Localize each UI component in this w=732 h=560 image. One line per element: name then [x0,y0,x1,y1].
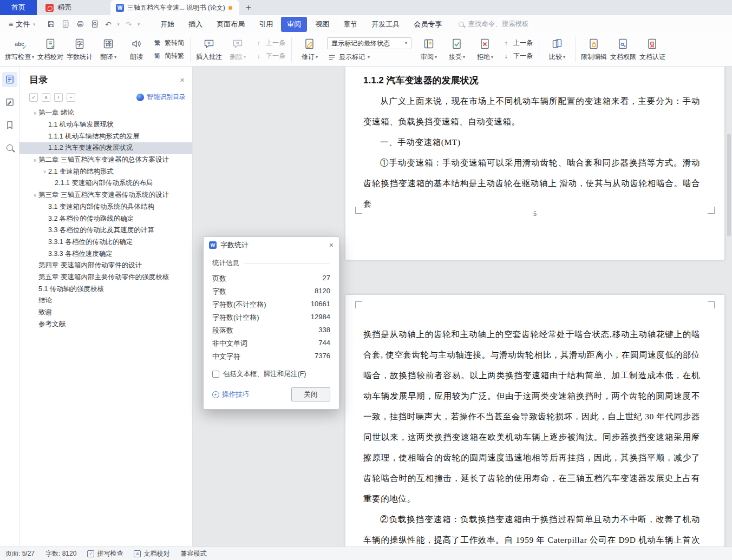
compat-mode-indicator[interactable]: 兼容模式 [180,549,206,558]
toc-item[interactable]: 3.3 各档位的传动比及其速度的计算 [19,225,192,236]
prev-change-button[interactable]: ↑ 上一条 [501,38,533,48]
toc-item[interactable]: 结论 [19,295,192,307]
show-markup-button[interactable]: 显示标记 ▾ [327,52,411,62]
tips-link[interactable]: ▸ 操作技巧 [212,390,249,399]
undo-button[interactable]: ↶ [105,21,112,28]
scrollbar-thumb[interactable] [727,134,731,236]
compare-button[interactable]: 比较▾ [543,37,571,62]
collapse-button[interactable]: − [67,93,75,102]
expand-button[interactable]: + [54,93,63,102]
delete-comment-button[interactable]: 删除▾ [224,37,252,62]
track-changes-button[interactable]: 修订▾ [296,37,324,62]
bookmark-panel-button[interactable] [2,117,17,133]
close-icon[interactable]: × [329,241,334,249]
checkbox-icon[interactable] [212,371,219,378]
notes-panel-button[interactable] [2,95,17,110]
toc-item[interactable]: 1.1.2 汽车变速器的发展状况 [19,142,192,154]
prev-comment-button[interactable]: ↑ 上一条 [254,38,285,48]
toc-item[interactable]: 参考文献 [19,318,192,330]
toc-item[interactable]: 1.1.1 机动车辆结构形式的发展 [19,130,192,142]
toc-item[interactable]: 致谢 [19,307,192,319]
next-comment-button[interactable]: ↓ 下一条 [254,51,285,61]
reject-button[interactable]: 拒绝▾ [471,37,499,62]
document-paragraph[interactable]: ②负载换挡变速箱：负载换挡变速箱由于换挡过程简单且动力不中断，改善了机动车辆的操… [363,509,700,546]
insert-comment-button[interactable]: 插入批注 [194,37,224,62]
word-count-button[interactable]: 字 字数统计 [65,37,94,62]
doc-auth-button[interactable]: 文档认证 [638,37,667,62]
collapse-all-button[interactable]: ∧ [42,93,50,102]
toc-item[interactable]: 5.1 传动轴的强度校核 [19,283,192,295]
docer-tab[interactable]: 稻壳 [37,0,108,15]
command-search[interactable]: 查找命令、搜索模板 [459,19,529,29]
menu-tab-开发工具[interactable]: 开发工具 [365,17,406,32]
select-headings-button[interactable]: ✓ [29,93,38,102]
document-paragraph[interactable]: 一、手动变速箱(MT) [363,132,700,153]
document-scrollbar[interactable] [727,69,731,539]
restrict-edit-button[interactable]: 限制编辑 [579,37,609,62]
read-aloud-button[interactable]: 朗读 [122,37,151,62]
save-button[interactable] [47,19,56,29]
menu-tab-章节[interactable]: 章节 [337,17,363,32]
menu-tab-页面布局[interactable]: 页面布局 [211,17,251,32]
close-icon[interactable]: × [180,75,185,84]
doc-permission-button[interactable]: 文档权限 [609,37,638,62]
menu-tab-引用[interactable]: 引用 [253,17,279,32]
dialog-titlebar[interactable]: W 字数统计 × [204,237,339,253]
section-heading[interactable]: 1.1.2 汽车变速器的发展状况 [363,70,700,91]
toc-item[interactable]: 3.2 各档位的传动路线的确定 [19,213,192,225]
toc-item[interactable]: 1.1 机动车辆发展现状 [19,119,192,131]
trad-to-simp-button[interactable]: 繁 繁转简 [153,38,184,48]
markup-state-dropdown[interactable]: 显示标记的最终状态 ▾ [327,37,411,49]
review-pane-button[interactable]: 审阅▾ [415,37,443,62]
toc-item[interactable]: 第四章 变速箱内部传动零件的设计 [19,260,192,272]
toc-item[interactable]: 第五章 变速箱内部主要传动零件的强度校核 [19,272,192,284]
toc-panel-button[interactable] [2,72,17,87]
print-preview-button[interactable] [90,19,100,29]
undo-caret-icon[interactable]: ∨ [117,22,120,27]
menu-tab-视图[interactable]: 视图 [309,17,335,32]
chevron-down-icon[interactable]: ∨ [31,157,38,163]
menu-tab-会员专享[interactable]: 会员专享 [408,17,448,32]
chevron-down-icon[interactable]: ∨ [31,193,38,198]
spell-check-toggle[interactable]: ✓ 拼写检查 [87,549,123,558]
simp-to-trad-button[interactable]: 简 简转繁 [153,51,184,61]
print-button[interactable] [76,19,85,29]
new-tab-button[interactable]: + [239,0,258,15]
toc-item[interactable]: ∨第一章 绪论 [19,107,192,119]
accept-button[interactable]: 接受▾ [443,37,471,62]
menu-tab-审阅[interactable]: 审阅 [281,17,307,32]
toc-item[interactable]: ∨2.1 变速箱的结构形式 [19,166,192,177]
document-tab[interactable]: W 三轴五档汽车变速... 说明书 (论文) [110,0,239,15]
menu-tab-插入[interactable]: 插入 [182,17,208,32]
menu-tab-开始[interactable]: 开始 [154,17,180,32]
translate-button[interactable]: 译 翻译▾ [94,37,122,62]
next-change-button[interactable]: ↓ 下一条 [501,51,533,61]
toc-item[interactable]: ∨第二章 三轴五档汽车变速器的总体方案设计 [19,154,192,166]
find-panel-button[interactable] [2,140,17,155]
toc-item[interactable]: ∨第三章 三轴五档汽车变速器传动系统的设计 [19,189,192,201]
toc-item[interactable]: 3.1 变速箱内部传动系统的具体结构 [19,201,192,213]
redo-button[interactable]: ↷ [126,21,132,28]
chevron-down-icon[interactable]: ∨ [31,110,38,116]
export-button[interactable] [61,19,70,29]
toc-item[interactable]: 2.1.1 变速箱内部传动系统的布局 [19,177,192,189]
document-paragraph[interactable]: 从广义上面来说，现在市场上不同机动车辆所配置的变速箱来看，主要分为：手动变速箱、… [363,91,700,132]
doc-proof-button[interactable]: 文档校对 [36,37,65,62]
document-paragraph[interactable]: 换挡是从动轴上的齿轮和主动轴上的空套齿轮经常处于啮合状态,移动主动轴花键上的啮合… [363,324,700,509]
page-indicator[interactable]: 页面: 5/27 [5,549,35,558]
home-tab[interactable]: 首页 [0,0,37,15]
smart-toc-button[interactable]: 智能识别目录 [136,93,186,102]
chevron-down-icon[interactable]: ∨ [41,169,48,174]
document-page-5[interactable]: 1.1.2 汽车变速器的发展状况从广义上面来说，现在市场上不同机动车辆所配置的变… [345,67,724,260]
document-page-6[interactable]: 换挡是从动轴上的齿轮和主动轴上的空套齿轮经常处于啮合状态,移动主动轴花键上的啮合… [345,295,724,546]
toc-item[interactable]: 3.3.1 各档位的传动比的确定 [19,236,192,248]
doc-proof-toggle[interactable]: A 文档校对 [134,549,169,558]
file-menu-button[interactable]: ≡ 文件 ∨ [5,19,39,29]
include-textbox-checkbox[interactable]: 包括文本框、脚注和尾注(F) [212,370,330,379]
word-count-indicator[interactable]: 字数: 8120 [45,549,76,558]
spell-check-button[interactable]: abc✓ 拼写检查▾ [3,37,36,62]
toc-item[interactable]: 3.3.3 各档位速度确定 [19,248,192,260]
more-commands-button[interactable]: ∨ [137,22,140,27]
document-paragraph[interactable]: ①手动变速箱：手动变速箱可以采用滑动齿轮、啮合套和同步器换挡等方式。滑动齿轮换挡… [363,153,700,214]
close-button[interactable]: 关闭 [291,387,330,401]
